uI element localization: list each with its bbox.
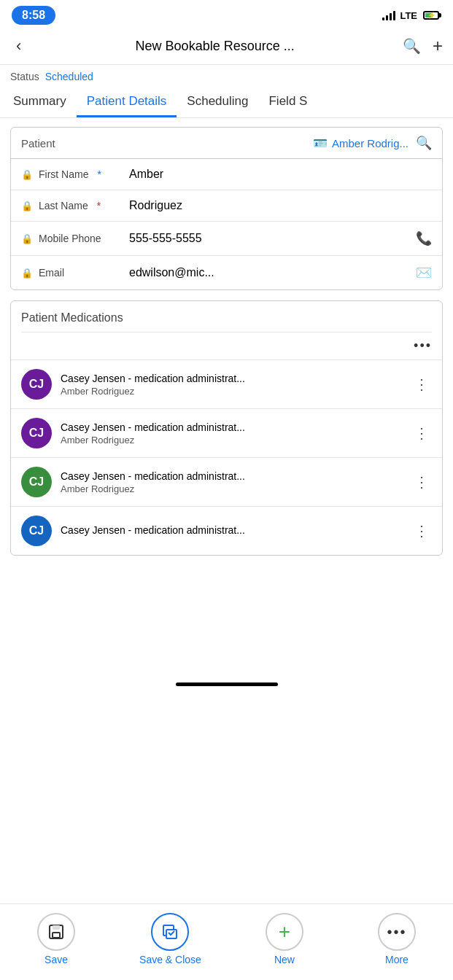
- patient-header-right: 🪪 Amber Rodrig... 🔍: [313, 135, 432, 151]
- main-content: Patient 🪪 Amber Rodrig... 🔍 🔒 First Name…: [0, 118, 453, 677]
- med-info-1: Casey Jensen - medication administrat...…: [61, 373, 403, 397]
- med-info-3: Casey Jensen - medication administrat...…: [61, 470, 403, 494]
- patient-label: Patient: [21, 137, 55, 149]
- tab-scheduling[interactable]: Scheduling: [177, 85, 258, 117]
- med-subtitle-2: Amber Rodriguez: [61, 435, 403, 446]
- med-subtitle-1: Amber Rodriguez: [61, 386, 403, 397]
- bottom-nav: Save Save & Close + New ••• More: [0, 903, 453, 980]
- phone-call-icon[interactable]: 📞: [416, 230, 432, 246]
- save-label: Save: [44, 954, 68, 965]
- medications-toolbar: •••: [11, 332, 442, 360]
- more-icon: •••: [378, 913, 416, 951]
- avatar-4: CJ: [21, 516, 52, 546]
- header-icons: 🔍 +: [403, 36, 443, 56]
- email-value[interactable]: edwilson@mic...: [129, 266, 410, 279]
- patient-icon: 🪪: [313, 136, 328, 150]
- med-options-4[interactable]: ⋮: [411, 522, 432, 540]
- status-bar: 8:58 LTE ⚡: [0, 0, 453, 28]
- lock-icon-2: 🔒: [21, 201, 33, 211]
- more-label: More: [385, 954, 409, 965]
- med-options-2[interactable]: ⋮: [411, 424, 432, 442]
- patient-card: Patient 🪪 Amber Rodrig... 🔍 🔒 First Name…: [10, 127, 443, 290]
- save-close-icon: [151, 913, 189, 951]
- first-name-label-area: 🔒 First Name *: [21, 168, 123, 180]
- status-row: Status Scheduled: [0, 65, 453, 85]
- med-item-1: CJ Casey Jensen - medication administrat…: [11, 360, 442, 409]
- battery-icon: ⚡: [423, 11, 441, 20]
- lock-icon-3: 🔒: [21, 233, 33, 244]
- med-info-2: Casey Jensen - medication administrat...…: [61, 421, 403, 446]
- med-title-3: Casey Jensen - medication administrat...: [61, 470, 403, 482]
- new-button[interactable]: + New: [255, 913, 314, 965]
- last-name-field: 🔒 Last Name * Rodriguez: [11, 190, 442, 222]
- med-item-3: CJ Casey Jensen - medication administrat…: [11, 458, 442, 507]
- med-options-3[interactable]: ⋮: [411, 473, 432, 491]
- svg-rect-1: [53, 925, 60, 930]
- med-title-1: Casey Jensen - medication administrat...: [61, 373, 403, 384]
- tab-summary[interactable]: Summary: [3, 85, 77, 117]
- avatar-2: CJ: [21, 418, 52, 448]
- tabs-bar: Summary Patient Details Scheduling Field…: [0, 85, 453, 118]
- avatar-1: CJ: [21, 369, 52, 400]
- patient-form: 🔒 First Name * Amber 🔒 Last Name * Rodri…: [11, 158, 442, 289]
- search-icon[interactable]: 🔍: [403, 37, 421, 55]
- status-label: Status: [10, 71, 39, 82]
- mobile-phone-label: Mobile Phone: [39, 233, 101, 244]
- add-icon[interactable]: +: [433, 36, 443, 56]
- required-star-2: *: [97, 200, 101, 211]
- mobile-phone-value[interactable]: 555-555-5555: [129, 232, 410, 245]
- patient-name: Amber Rodrig...: [332, 137, 409, 149]
- last-name-label-area: 🔒 Last Name *: [21, 200, 123, 211]
- last-name-value[interactable]: Rodriguez: [129, 199, 432, 212]
- page-title: New Bookable Resource ...: [33, 39, 397, 54]
- save-close-label: Save & Close: [139, 954, 201, 965]
- last-name-label: Last Name: [39, 200, 88, 211]
- lock-icon: 🔒: [21, 169, 33, 180]
- email-compose-icon[interactable]: ✉️: [416, 265, 432, 281]
- first-name-value[interactable]: Amber: [129, 168, 432, 181]
- email-field: 🔒 Email edwilson@mic... ✉️: [11, 256, 442, 289]
- email-label: Email: [39, 267, 64, 279]
- medications-card: Patient Medications ••• CJ Casey Jensen …: [10, 300, 443, 556]
- med-options-1[interactable]: ⋮: [411, 376, 432, 393]
- med-title-4: Casey Jensen - medication administrat...: [61, 524, 403, 536]
- status-icons: LTE ⚡: [382, 10, 441, 21]
- required-star: *: [97, 168, 101, 180]
- medications-title: Patient Medications: [11, 301, 442, 332]
- header: ‹ New Bookable Resource ... 🔍 +: [0, 28, 453, 65]
- svg-rect-2: [53, 933, 60, 938]
- avatar-3: CJ: [21, 467, 52, 497]
- new-icon: +: [266, 913, 303, 951]
- first-name-field: 🔒 First Name * Amber: [11, 159, 442, 190]
- email-label-area: 🔒 Email: [21, 267, 123, 279]
- lte-label: LTE: [400, 10, 417, 21]
- med-subtitle-3: Amber Rodriguez: [61, 483, 403, 494]
- first-name-label: First Name: [39, 168, 88, 180]
- lock-icon-4: 🔒: [21, 268, 33, 279]
- more-button[interactable]: ••• More: [368, 913, 426, 965]
- status-time: 8:58: [12, 6, 55, 25]
- signal-bars-icon: [382, 10, 395, 20]
- patient-link[interactable]: 🪪 Amber Rodrig...: [313, 136, 409, 150]
- patient-search-icon[interactable]: 🔍: [416, 135, 432, 151]
- save-icon: [37, 913, 75, 951]
- mobile-phone-label-area: 🔒 Mobile Phone: [21, 233, 123, 244]
- med-title-2: Casey Jensen - medication administrat...: [61, 421, 403, 433]
- tab-field-s[interactable]: Field S: [258, 85, 317, 117]
- tab-patient-details[interactable]: Patient Details: [77, 85, 177, 117]
- back-button[interactable]: ‹: [10, 34, 27, 58]
- mobile-phone-field: 🔒 Mobile Phone 555-555-5555 📞: [11, 222, 442, 256]
- med-item-4: CJ Casey Jensen - medication administrat…: [11, 507, 442, 555]
- save-close-button[interactable]: Save & Close: [139, 913, 201, 965]
- save-button[interactable]: Save: [27, 913, 85, 965]
- new-label: New: [274, 954, 295, 965]
- home-indicator: [176, 682, 278, 686]
- medications-more-button[interactable]: •••: [414, 338, 432, 354]
- med-item-2: CJ Casey Jensen - medication administrat…: [11, 409, 442, 458]
- patient-header: Patient 🪪 Amber Rodrig... 🔍: [11, 128, 442, 158]
- med-info-4: Casey Jensen - medication administrat...: [61, 524, 403, 537]
- status-value[interactable]: Scheduled: [45, 71, 93, 82]
